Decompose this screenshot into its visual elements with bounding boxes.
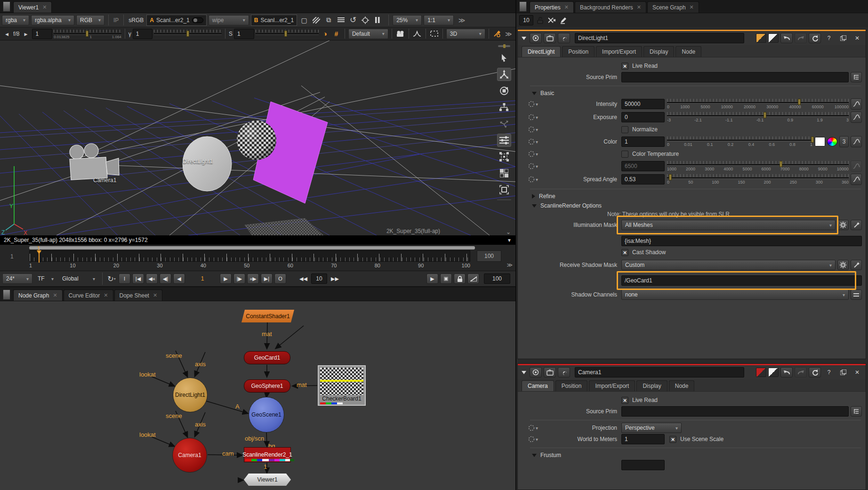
revert-icon[interactable] — [809, 367, 821, 378]
gain-slider[interactable]: 0.01382511.064 — [54, 29, 121, 39]
wrench-icon[interactable] — [558, 367, 570, 378]
animation-menu-icon[interactable]: ▾ — [522, 163, 540, 170]
eyedropper-icon[interactable] — [851, 220, 862, 230]
color-slider[interactable]: 00.010.10.20.40.60.81 — [667, 136, 812, 148]
scenegraph-browse-icon[interactable] — [851, 406, 862, 417]
pane-menu-icon[interactable] — [3, 289, 10, 300]
cast-shadow-checkbox[interactable]: × — [621, 249, 628, 256]
redo-icon[interactable] — [795, 367, 807, 378]
sample-eyedropper-icon[interactable] — [492, 29, 502, 39]
animation-menu-icon[interactable]: ▾ — [522, 101, 540, 108]
float-panel-icon[interactable] — [837, 33, 849, 43]
range-mode-dropdown[interactable]: Global▾ — [59, 273, 98, 284]
channels-menu-icon[interactable] — [851, 289, 862, 300]
node-geocard1[interactable]: GeoCard1 — [244, 351, 290, 364]
gl-color-swatch[interactable] — [768, 368, 779, 377]
animation-menu-icon[interactable]: ▾ — [522, 151, 540, 158]
scanline-list-icon[interactable] — [336, 16, 346, 25]
wipe-dropdown[interactable]: wipe▾ — [209, 15, 249, 25]
curve-editor-icon[interactable] — [851, 136, 862, 147]
gain-field[interactable]: 1 — [32, 29, 52, 39]
gl-color-swatch[interactable] — [768, 33, 779, 43]
fps-dropdown[interactable]: 24*▾ — [2, 273, 32, 284]
node-viewer1[interactable]: Viewer1 — [244, 474, 291, 486]
pixel-ratio-dropdown[interactable]: 1:1▾ — [424, 15, 454, 25]
color-channels-button[interactable]: 3 — [839, 136, 849, 147]
translate-tool-icon[interactable] — [497, 68, 511, 81]
node-directlight1[interactable]: DirectLight1 — [173, 378, 208, 412]
node-geoscene1[interactable]: GeoScene1 — [249, 397, 284, 433]
undo-icon[interactable] — [780, 367, 793, 378]
sliders-tool-icon[interactable] — [497, 134, 511, 147]
range-end-field[interactable]: 100 — [484, 273, 510, 284]
goto-start-button[interactable]: |◀ — [132, 273, 144, 284]
timeline-expand-icon[interactable]: ≫ — [506, 262, 513, 268]
gear-icon[interactable] — [837, 220, 849, 230]
frame-view-icon[interactable] — [497, 183, 511, 196]
refine-section-header[interactable]: Refine — [518, 191, 866, 201]
goto-end-button[interactable]: ▶| — [261, 273, 273, 284]
set-in-button[interactable]: I — [119, 273, 130, 284]
postage-stamp-icon[interactable] — [544, 367, 556, 378]
animation-menu-icon[interactable]: ▾ — [522, 176, 540, 183]
ramp-button[interactable] — [467, 273, 479, 284]
transform-handles-icon[interactable] — [497, 150, 511, 163]
undo-icon[interactable] — [780, 33, 793, 43]
proxy-icon[interactable]: ⧉ — [323, 16, 334, 25]
next-aperture-icon[interactable]: ▸ — [21, 29, 31, 39]
loop-mode-icon[interactable]: ↻▾ — [106, 274, 117, 283]
temperature-field[interactable]: 6500 — [621, 161, 665, 171]
close-icon[interactable]: ✕ — [53, 292, 57, 298]
revert-icon[interactable] — [809, 33, 821, 43]
animation-menu-icon[interactable]: ▾ — [522, 126, 540, 133]
wrench-icon[interactable] — [558, 33, 570, 43]
next-keyframe-button[interactable]: »▶ — [247, 273, 259, 284]
select-tool-icon[interactable] — [497, 51, 511, 64]
saturation-slider[interactable] — [256, 29, 319, 39]
gamma-field[interactable]: 1 — [133, 29, 153, 39]
float-panel-icon[interactable] — [837, 367, 849, 378]
animation-menu-icon[interactable]: ▾ — [522, 138, 540, 145]
timeline-scrollbar[interactable] — [29, 246, 475, 249]
animation-menu-icon[interactable]: ▾ — [522, 425, 540, 432]
redo-icon[interactable] — [795, 33, 807, 43]
node-graph-canvas[interactable]: ConstantShader1 mat GeoCard1 GeoSphere1 … — [0, 301, 515, 490]
tab-properties[interactable]: Properties✕ — [530, 1, 574, 13]
grid-icon[interactable]: # — [331, 29, 341, 39]
tab-curve-editor[interactable]: Curve Editor✕ — [64, 289, 113, 301]
postage-stamp-icon[interactable] — [544, 33, 556, 43]
channels-dropdown[interactable]: RGB▾ — [76, 15, 104, 25]
view-mode-dropdown[interactable]: 3D▾ — [446, 29, 485, 39]
intensity-field[interactable]: 50000 — [621, 99, 665, 109]
node-constantshader1[interactable]: ConstantShader1 — [241, 310, 294, 322]
receive-shadow-mask-dropdown[interactable]: Custom▾ — [621, 260, 836, 270]
color-temperature-checkbox[interactable] — [621, 151, 628, 158]
curve-editor-icon[interactable] — [851, 98, 862, 110]
timeline-ruler[interactable]: 1 — [29, 250, 470, 262]
mask-stripes-icon[interactable] — [311, 16, 321, 25]
safe-zone-icon[interactable]: ▢ — [299, 16, 309, 25]
lut-dropdown[interactable]: Default▾ — [348, 29, 388, 39]
toolbar2-expand-icon[interactable]: ≫ — [504, 29, 514, 39]
toolbar-expand-icon[interactable]: ≫ — [457, 16, 467, 25]
curve-editor-icon[interactable] — [851, 161, 862, 172]
tab-position[interactable]: Position — [562, 46, 595, 57]
tab-camera[interactable]: Camera — [522, 380, 554, 391]
receive-path-field[interactable]: /GeoCard1 — [621, 275, 862, 286]
use-scene-scale-checkbox[interactable]: × — [669, 436, 676, 443]
color-wheel-icon[interactable] — [827, 137, 837, 146]
node-scanlinerender2-1[interactable]: ScanlineRender2_1 — [244, 447, 291, 462]
live-read-checkbox[interactable]: × — [621, 63, 628, 70]
tab-import-export[interactable]: Import/Export — [596, 46, 642, 57]
basic-section-header[interactable]: Basic — [518, 88, 866, 97]
mask-expression-field[interactable]: {isa:Mesh} — [621, 236, 862, 246]
curve-editor-icon[interactable] — [851, 174, 862, 185]
prev-aperture-icon[interactable]: ◂ — [2, 29, 12, 39]
collapse-panel-icon[interactable] — [520, 367, 528, 378]
color-swatch[interactable] — [815, 137, 825, 146]
node-name-field[interactable]: DirectLight1 — [575, 33, 744, 43]
node-camera1[interactable]: Camera1 — [172, 438, 207, 473]
zoom-dropdown[interactable]: 25%▾ — [393, 15, 422, 25]
ab-toggle[interactable] — [192, 17, 203, 23]
source-prim-field[interactable] — [621, 72, 849, 82]
